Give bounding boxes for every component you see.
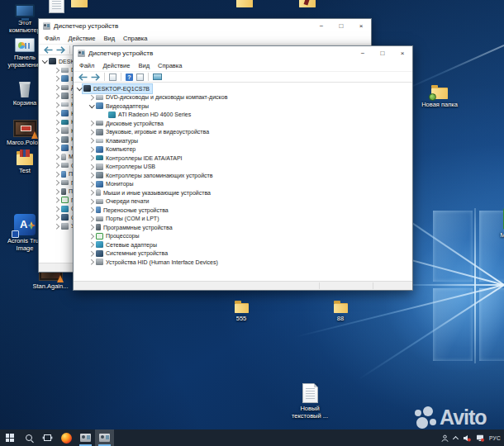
desktop-icon-555[interactable]: 555 [218,299,264,322]
expander-icon[interactable] [54,154,60,160]
maximize-button[interactable]: □ [331,19,351,33]
expander-icon[interactable] [54,162,60,168]
expander-icon[interactable] [88,154,95,161]
properties-icon[interactable] [136,74,144,81]
title-bar[interactable]: Диспетчер устройств − □ × [74,46,412,60]
menu-item[interactable]: Вид [134,62,154,69]
expander-icon[interactable] [54,84,60,91]
tree-item[interactable]: Порты (COM и LPT) [74,215,412,224]
tree-item[interactable]: Переносные устройства [74,206,412,215]
expander-icon[interactable] [88,241,95,248]
people-icon[interactable] [441,430,449,445]
desktop-icon-new-text-file[interactable]: Новый текстовый ... [287,383,333,420]
menu-item[interactable]: Файл [75,62,98,69]
expander-icon[interactable] [88,224,95,230]
tree-item[interactable]: Дисковые устройства [74,119,412,128]
expander-icon[interactable] [76,85,83,92]
menu-item[interactable]: Вид [99,35,119,42]
start-button[interactable] [0,429,19,446]
task-view-button[interactable] [38,429,57,446]
expander-icon[interactable] [54,102,60,108]
expander-icon[interactable] [88,94,95,101]
tree-item[interactable]: Видеоадаптеры [74,102,412,111]
scan-hardware-icon[interactable] [153,74,162,80]
tree-item[interactable]: Мыши и иные указывающие устройства [74,188,412,197]
desktop-icon-top-folder-3[interactable] [284,0,330,7]
expander-icon[interactable] [54,75,60,82]
tree-item[interactable]: DESKTOP-EQ1CS7B [74,84,412,93]
expander-icon[interactable] [54,136,60,143]
search-button[interactable] [19,429,38,446]
desktop-icon-top-folder-1[interactable] [56,0,102,7]
expander-icon[interactable] [88,120,95,126]
tree-item[interactable]: Мониторы [74,180,412,189]
tree-item[interactable]: Устройства HID (Human Interface Devices) [74,258,412,267]
minimize-button[interactable]: − [311,19,331,33]
expander-icon[interactable] [54,206,60,212]
minimize-button[interactable]: − [353,46,373,60]
expander-icon[interactable] [88,129,95,135]
device-manager-taskbar-button-2[interactable] [95,429,114,446]
expander-icon[interactable] [88,137,95,144]
tree-item[interactable]: Программные устройства [74,223,412,232]
volume-muted-icon[interactable] [463,430,471,445]
expander-icon[interactable] [54,127,60,134]
menu-item[interactable]: Действие [64,35,99,42]
expander-icon[interactable] [88,250,95,257]
expander-icon[interactable] [54,197,60,203]
expander-icon[interactable] [88,164,95,170]
language-indicator[interactable]: РУС [489,435,501,441]
close-button[interactable]: × [351,19,371,33]
tree-item[interactable]: DVD-дисководы и дисководы компакт-дисков [74,93,412,102]
tree-item[interactable]: Системные устройства [74,249,412,259]
expander-icon[interactable] [88,146,95,153]
expander-icon[interactable] [88,259,95,265]
menu-item[interactable]: Справка [154,62,186,69]
expander-icon[interactable] [54,188,60,195]
tree-item[interactable]: Сетевые адаптеры [74,240,412,249]
tree-item[interactable]: Клавиатуры [74,136,412,145]
device-manager-taskbar-button-1[interactable] [76,429,95,446]
desktop-icon-top-folder-2[interactable] [221,0,268,7]
tree-item[interactable]: Процессоры [74,232,412,241]
expander-icon[interactable] [54,214,60,221]
menu-item[interactable]: Справка [119,35,151,42]
console-tree-icon[interactable] [109,74,116,81]
expander-icon[interactable] [54,67,60,74]
desktop-icon-new-folder[interactable]: Новая папка [416,83,463,108]
help-icon[interactable] [126,74,133,81]
menu-item[interactable]: Действие [98,62,134,69]
expander-icon[interactable] [88,172,95,178]
network-disconnected-icon[interactable] [476,430,484,445]
tree-item[interactable]: Контроллеры запоминающих устройств [74,171,412,180]
expander-icon[interactable] [54,119,60,126]
expander-icon[interactable] [88,198,95,205]
tree-item[interactable]: Компьютер [74,145,412,154]
tree-item[interactable]: ATI Radeon HD 4600 Series [74,111,412,120]
close-button[interactable]: × [392,46,412,60]
expander-icon[interactable] [54,223,60,230]
tray-chevron-icon[interactable] [453,435,459,441]
expander-icon[interactable] [88,206,95,213]
title-bar[interactable]: Диспетчер устройств − □ × [39,19,371,33]
desktop-icon-88[interactable]: 88 [317,299,364,322]
menu-item[interactable]: Файл [40,35,64,42]
tree-item[interactable]: Звуковые, игровые и видеоустройства [74,128,412,137]
expander-icon[interactable] [54,93,60,99]
expander-icon[interactable] [88,102,95,109]
firefox-button[interactable] [57,429,76,446]
expander-icon[interactable] [101,112,107,118]
expander-icon[interactable] [54,145,60,151]
expander-icon[interactable] [88,216,95,222]
expander-icon[interactable] [88,233,95,240]
maximize-button[interactable]: □ [373,46,392,60]
expander-icon[interactable] [54,171,60,178]
expander-icon[interactable] [88,189,95,196]
expander-icon[interactable] [41,58,48,64]
expander-icon[interactable] [54,179,60,186]
expander-icon[interactable] [88,181,95,187]
tree-item[interactable]: Контроллеры USB [74,163,412,172]
tree-item[interactable]: Очереди печати [74,197,412,206]
desktop-icon-memtest[interactable]: Мон... [474,208,504,239]
tree-item[interactable]: Контроллеры IDE ATA/ATAPI [74,154,412,163]
